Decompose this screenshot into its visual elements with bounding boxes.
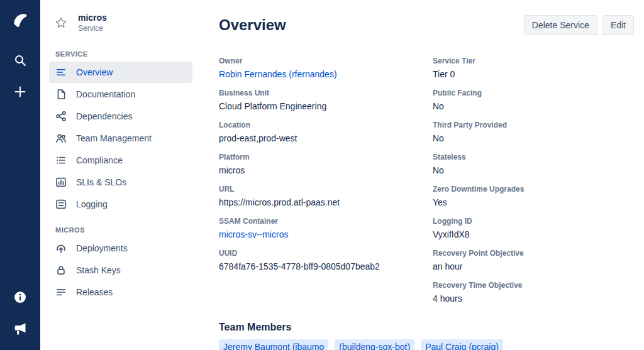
sidebar-item-compliance[interactable]: Compliance [49,150,192,171]
sidebar-sections: SERVICEOverviewDocumentationDependencies… [49,50,192,303]
sidebar-item-overview[interactable]: Overview [49,62,192,83]
sidebar-item-team-management[interactable]: Team Management [49,128,192,149]
field-value: an hour [433,261,634,272]
field-platform: Platformmicros [219,153,433,176]
field-label: Service Tier [433,57,634,65]
sidebar-item-label: Overview [76,67,113,77]
announcements-button[interactable] [8,316,33,341]
search-button[interactable] [8,48,33,73]
field-value: prod-east,prod-west [219,133,433,144]
sidebar-item-label: Team Management [76,133,152,143]
service-type: Service [78,24,107,33]
releases-icon [55,287,67,298]
sidebar-item-label: Compliance [76,155,123,165]
team-members-heading: Team Members [219,322,634,333]
field-label: Recovery Point Objective [433,249,634,258]
sidebar-item-label: Releases [76,287,113,297]
field-value: micros [219,165,433,176]
app-root: micros Service SERVICEOverviewDocumentat… [0,0,644,350]
create-button[interactable] [8,79,33,104]
field-label: UUID [219,249,433,258]
team-member-chip[interactable]: (buildeng-sox-bot) [335,339,414,350]
section-heading-micros: MICROS [55,226,192,234]
field-value: 4 hours [433,293,634,304]
sidebar-item-label: Deployments [76,243,128,253]
sidebar-item-documentation[interactable]: Documentation [49,84,192,105]
sidebar-item-releases[interactable]: Releases [49,282,192,303]
edit-button[interactable]: Edit [602,15,634,35]
field-location: Locationprod-east,prod-west [219,121,433,144]
info-icon [13,290,28,305]
field-value: 6784fa76-1535-4778-bff9-0805d07beab2 [219,261,433,272]
sidebar-item-deployments[interactable]: Deployments [49,238,192,259]
field-label: Logging ID [433,217,634,226]
field-value: No [433,101,634,112]
sidebar-item-label: SLIs & SLOs [76,177,126,187]
field-label: Recovery Time Objective [433,281,634,290]
field-third-party-provided: Third Party ProvidedNo [433,121,634,144]
team-member-chip[interactable]: Jeremy Baumont (jbaumo [219,339,328,350]
main-header: Overview Delete Service Edit [219,15,634,35]
sidebar-item-logging[interactable]: Logging [49,194,192,215]
field-value[interactable]: micros-sv--micros [219,229,433,240]
field-ssam-container: SSAM Containermicros-sv--micros [219,217,433,240]
field-label: Platform [219,153,433,161]
page-title: Overview [219,16,286,34]
header-actions: Delete Service Edit [524,15,634,35]
field-value: Yes [433,197,634,208]
field-uuid: UUID6784fa76-1535-4778-bff9-0805d07beab2 [219,249,433,272]
team-members-list: Jeremy Baumont (jbaumo(buildeng-sox-bot)… [219,339,634,350]
sidebar-item-dependencies[interactable]: Dependencies [49,106,192,127]
rail-bottom-group [8,285,33,341]
overview-icon [55,67,67,78]
global-nav-rail [0,0,40,350]
sidebar-item-stash-keys[interactable]: Stash Keys [49,260,192,281]
details-right-column: Service TierTier 0Public FacingNoThird P… [433,57,634,313]
field-value[interactable]: Robin Fernandes (rfernandes) [219,68,433,80]
section-heading-service: SERVICE [55,50,192,58]
chart-icon [55,177,67,188]
dependencies-icon [55,111,67,122]
app-logo-icon[interactable] [6,6,34,34]
field-logging-id: Logging IDVyxifIdX8 [433,217,634,240]
field-recovery-time-objective: Recovery Time Objective4 hours [433,281,634,304]
logging-icon [55,199,67,210]
sidebar-item-label: Logging [76,199,108,209]
field-owner: OwnerRobin Fernandes (rfernandes) [219,57,433,80]
field-label: Location [219,121,433,129]
field-recovery-point-objective: Recovery Point Objectivean hour [433,249,634,272]
field-stateless: StatelessNo [433,153,634,176]
field-label: Third Party Provided [433,121,634,129]
megaphone-icon [13,321,28,336]
team-icon [55,133,67,144]
service-identity: micros Service [78,13,107,33]
favorite-star-icon[interactable] [54,16,68,30]
sidebar-item-label: Documentation [76,89,135,99]
field-label: Business Unit [219,89,433,97]
field-value: Cloud Platform Engineering [219,101,433,112]
team-member-chip[interactable]: Paul Craig (pcraig) [421,339,503,350]
service-header: micros Service [49,10,192,39]
lock-icon [55,265,67,276]
delete-service-button[interactable]: Delete Service [524,15,597,35]
document-icon [55,89,67,100]
sidebar-item-label: Stash Keys [76,265,121,275]
sidebar-item-slis-slos[interactable]: SLIs & SLOs [49,172,192,193]
rail-top-group [6,6,34,104]
field-public-facing: Public FacingNo [433,89,634,112]
field-value: https://micros.prod.atl-paas.net [219,197,433,208]
search-icon [13,53,28,68]
field-business-unit: Business UnitCloud Platform Engineering [219,89,433,112]
field-label: URL [219,185,433,194]
field-value: Tier 0 [433,68,634,80]
field-value: No [433,165,634,176]
main-content: Overview Delete Service Edit OwnerRobin … [200,0,644,350]
service-name: micros [78,13,107,23]
info-button[interactable] [8,285,33,310]
details-left-column: OwnerRobin Fernandes (rfernandes)Busines… [219,57,433,313]
sidebar-item-label: Dependencies [76,111,133,121]
field-label: Owner [219,57,433,65]
field-service-tier: Service TierTier 0 [433,57,634,80]
field-label: Zero Downtime Upgrades [433,185,634,194]
service-details: OwnerRobin Fernandes (rfernandes)Busines… [219,57,634,313]
